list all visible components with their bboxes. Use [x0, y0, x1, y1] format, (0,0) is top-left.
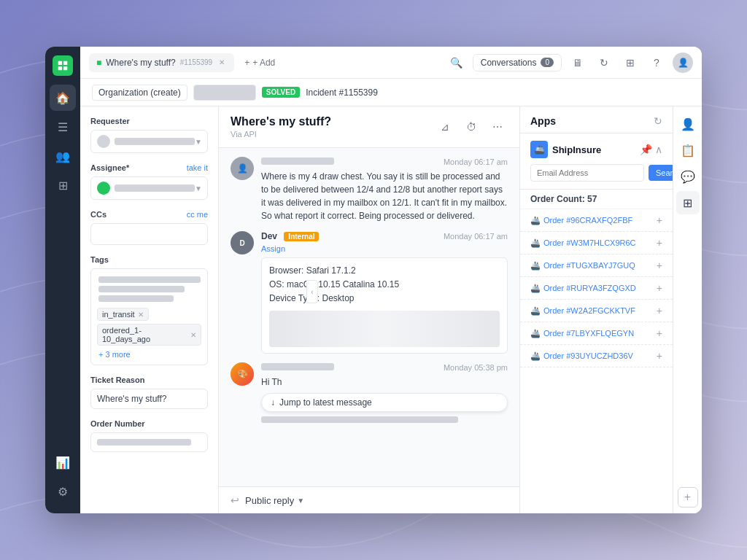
order-plus-3[interactable]: + [657, 260, 662, 271]
arrow-down-icon: ↓ [271, 397, 275, 408]
ccs-input[interactable] [90, 223, 208, 245]
user-avatar[interactable]: 👤 [673, 52, 693, 73]
more-tags-link[interactable]: + 3 more [98, 350, 131, 359]
tag-remove-btn-2[interactable]: ✕ [190, 331, 196, 339]
ship-collapse-icon[interactable]: ∧ [655, 144, 662, 155]
tab-app-logo: ■ [96, 58, 101, 68]
nav-users[interactable]: 👥 [50, 143, 76, 169]
right-user-icon-btn[interactable]: 👤 [676, 112, 700, 136]
incident-label: Incident #1155399 [306, 88, 378, 98]
nav-inbox[interactable]: ☰ [50, 114, 76, 140]
order-item-5[interactable]: 🚢 Order #W2A2FGCKKTVF + [520, 300, 673, 322]
right-tag-icon-btn[interactable]: 💬 [676, 165, 700, 188]
search-btn[interactable]: 🔍 [446, 52, 467, 73]
right-add-btn[interactable]: + [678, 487, 698, 508]
requester-select[interactable]: ▼ [90, 130, 208, 153]
via-api-label: Via API [231, 130, 331, 139]
breadcrumb-blurred[interactable]: ████████ [193, 85, 256, 101]
dev-avatar: D [231, 231, 254, 254]
grid-btn[interactable]: ⊞ [620, 52, 640, 73]
right-note-icon-btn[interactable]: 📋 [676, 139, 700, 162]
requester-label: Requester [90, 117, 208, 125]
ship-icon-3: 🚢 [530, 261, 541, 271]
monitor-icon-btn[interactable]: 🖥 [568, 52, 588, 73]
ship-actions: 📌 ∧ [640, 144, 662, 155]
email-address-input[interactable] [530, 164, 644, 182]
customer-message-content: Monday 06:17 am Where is my 4 draw chest… [261, 157, 508, 222]
right-grid-icon-btn[interactable]: ⊞ [676, 191, 700, 214]
order-plus-6[interactable]: + [657, 327, 662, 339]
order-id-7: Order #93UYUCZHD36V [543, 351, 633, 360]
order-count-value: 57 [587, 194, 597, 204]
tag-ordered: ordered_1-10_days_ago ✕ [97, 324, 201, 346]
order-plus-7[interactable]: + [657, 350, 662, 362]
order-number-label: Order Number [90, 419, 208, 428]
breadcrumb-org[interactable]: Organization (create) [92, 85, 187, 101]
collapse-toggle-btn[interactable]: ‹ [306, 280, 318, 303]
more-icon-btn[interactable]: ⋯ [487, 117, 508, 137]
take-it-link[interactable]: take it [187, 163, 208, 172]
agent-message-header: Monday 05:38 pm [261, 362, 508, 373]
breadcrumb-bar: Organization (create) ████████ SOLVED In… [80, 79, 702, 106]
jump-to-latest-btn[interactable]: ↓ Jump to latest message [261, 393, 508, 412]
order-plus-5[interactable]: + [657, 305, 662, 316]
conversation-header: Where's my stuff? Via API ⊿ ⏱ ⋯ [219, 106, 519, 148]
order-id-4: Order #RURYA3FZQGXD [543, 284, 636, 292]
add-tab-btn[interactable]: + + Add [237, 53, 282, 72]
order-plus-2[interactable]: + [657, 237, 662, 249]
nav-grid[interactable]: ⊞ [50, 172, 76, 198]
refresh-btn[interactable]: ↻ [594, 52, 614, 73]
order-item-4[interactable]: 🚢 Order #RURYA3FZQGXD + [520, 277, 673, 300]
nav-sidebar: 🏠 ☰ 👥 ⊞ 📊 ⚙ [45, 47, 80, 513]
system-screenshot-blur [269, 311, 500, 347]
customer-message-header: Monday 06:17 am [261, 157, 508, 167]
order-id-5: Order #W2A2FGCKKTVF [543, 306, 635, 315]
order-plus-1[interactable]: + [657, 214, 662, 226]
order-item-1[interactable]: 🚢 Order #96CRAXFQ2FBF + [520, 209, 673, 232]
solved-badge: SOLVED [262, 87, 300, 98]
nav-settings[interactable]: ⚙ [50, 478, 76, 505]
order-item-3[interactable]: 🚢 Order #TUGXBAYJ7GUQ + [520, 254, 673, 277]
apps-panel: Apps ↻ 🚢 ShipInsure 📌 ∧ [519, 106, 673, 513]
agent-message-time: Monday 05:38 pm [444, 363, 508, 372]
public-reply-label: Public reply [245, 495, 294, 506]
messages-area: 👤 Monday 06:17 am Where is my 4 draw che… [219, 148, 519, 486]
ticket-reason-input[interactable] [90, 389, 208, 409]
order-number-input[interactable] [90, 432, 208, 452]
nav-chart[interactable]: 📊 [50, 449, 76, 475]
assign-link[interactable]: Assign [261, 244, 508, 253]
order-list: 🚢 Order #96CRAXFQ2FBF + 🚢 Order #W3M7HLC… [520, 209, 673, 513]
order-plus-4[interactable]: + [657, 282, 662, 294]
tab-close-btn[interactable]: ✕ [217, 58, 227, 68]
public-reply-btn[interactable]: Public reply ▼ [245, 495, 304, 506]
ship-insure-name: ShipInsure [552, 144, 601, 155]
assignee-label: Assignee* take it [90, 163, 208, 172]
tag-remove-btn[interactable]: ✕ [138, 311, 144, 319]
device-info: Device Type: Desktop [269, 292, 500, 306]
apps-refresh-icon[interactable]: ↻ [654, 115, 662, 127]
nav-home[interactable]: 🏠 [50, 85, 76, 111]
order-id-3: Order #TUGXBAYJ7GUQ [543, 261, 635, 270]
order-link-4: 🚢 Order #RURYA3FZQGXD [530, 284, 636, 293]
pin-icon[interactable]: 📌 [640, 144, 652, 155]
order-link-7: 🚢 Order #93UYUCZHD36V [530, 351, 633, 361]
plus-icon: + [244, 58, 249, 68]
message-row-customer: 👤 Monday 06:17 am Where is my 4 draw che… [231, 157, 508, 222]
conversations-btn[interactable]: Conversations 0 [473, 54, 562, 71]
order-item-2[interactable]: 🚢 Order #W3M7HLCX9R6C + [520, 232, 673, 254]
requester-user-icon [97, 135, 110, 148]
assignee-select[interactable]: ▼ [90, 176, 208, 200]
cc-me-link[interactable]: cc me [187, 210, 208, 219]
conversations-label: Conversations [481, 58, 537, 68]
ship-insure-icon: 🚢 [530, 141, 548, 158]
order-item-6[interactable]: 🚢 Order #7LBYXFLQEGYN + [520, 322, 673, 345]
help-btn[interactable]: ? [646, 52, 667, 73]
svg-rect-0 [58, 61, 62, 65]
order-link-1: 🚢 Order #96CRAXFQ2FBF [530, 216, 632, 225]
active-tab[interactable]: ■ Where's my stuff? #1155399 ✕ [89, 53, 234, 72]
ship-insure-logo: 🚢 ShipInsure [530, 141, 601, 158]
history-icon-btn[interactable]: ⏱ [461, 117, 481, 137]
customer-avatar: 👤 [231, 157, 254, 180]
filter-icon-btn[interactable]: ⊿ [435, 117, 455, 137]
order-item-7[interactable]: 🚢 Order #93UYUCZHD36V + [520, 345, 673, 368]
